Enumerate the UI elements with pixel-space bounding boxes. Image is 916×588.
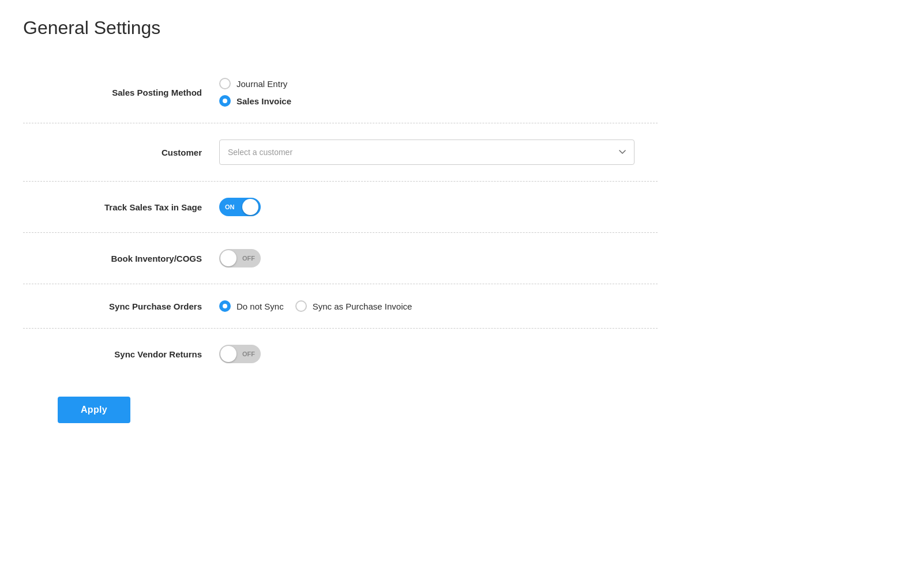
radio-journal-entry[interactable]: Journal Entry	[219, 78, 287, 89]
book-inventory-toggle[interactable]: OFF	[219, 249, 261, 267]
sync-purchase-orders-control: Do not Sync Sync as Purchase Invoice	[219, 300, 412, 312]
radio-circle-journal-entry	[219, 78, 231, 89]
track-sales-tax-thumb	[242, 199, 258, 215]
sync-vendor-returns-control: OFF	[219, 345, 261, 363]
radio-circle-do-not-sync	[219, 300, 231, 312]
sync-purchase-orders-label: Sync Purchase Orders	[58, 301, 219, 311]
radio-circle-sales-invoice	[219, 95, 231, 107]
radio-sales-invoice[interactable]: Sales Invoice	[219, 95, 291, 107]
apply-button[interactable]: Apply	[58, 397, 130, 423]
track-sales-tax-track: ON	[219, 198, 261, 216]
book-inventory-track: OFF	[219, 249, 261, 267]
sync-purchase-orders-group: Do not Sync Sync as Purchase Invoice	[219, 300, 412, 312]
radio-do-not-sync[interactable]: Do not Sync	[219, 300, 284, 312]
track-sales-tax-row: Track Sales Tax in Sage ON	[23, 182, 658, 233]
customer-control: Select a customer	[219, 140, 635, 165]
track-sales-tax-control: ON	[219, 198, 261, 216]
customer-select[interactable]: Select a customer	[219, 140, 635, 165]
radio-circle-sync-as-purchase-invoice	[295, 300, 307, 312]
track-sales-tax-state-label: ON	[225, 203, 235, 210]
sync-vendor-returns-state-label: OFF	[242, 350, 255, 357]
book-inventory-thumb	[220, 250, 236, 266]
radio-label-journal-entry: Journal Entry	[236, 79, 287, 89]
page-title: General Settings	[23, 17, 658, 39]
track-sales-tax-label: Track Sales Tax in Sage	[58, 202, 219, 212]
radio-label-sync-as-purchase-invoice: Sync as Purchase Invoice	[313, 301, 412, 311]
radio-sync-as-purchase-invoice[interactable]: Sync as Purchase Invoice	[295, 300, 412, 312]
book-inventory-control: OFF	[219, 249, 261, 267]
book-inventory-label: Book Inventory/COGS	[58, 254, 219, 263]
sync-vendor-returns-row: Sync Vendor Returns OFF	[23, 329, 658, 379]
customer-row: Customer Select a customer	[23, 123, 658, 182]
sales-posting-method-row: Sales Posting Method Journal Entry Sales…	[23, 62, 658, 123]
radio-label-sales-invoice: Sales Invoice	[236, 96, 291, 106]
sales-posting-method-control: Journal Entry Sales Invoice	[219, 78, 291, 107]
sync-vendor-returns-label: Sync Vendor Returns	[58, 349, 219, 359]
customer-label: Customer	[58, 148, 219, 157]
sync-purchase-orders-row: Sync Purchase Orders Do not Sync Sync as…	[23, 284, 658, 329]
book-inventory-state-label: OFF	[242, 255, 255, 262]
book-inventory-row: Book Inventory/COGS OFF	[23, 233, 658, 284]
sync-vendor-returns-toggle[interactable]: OFF	[219, 345, 261, 363]
track-sales-tax-toggle[interactable]: ON	[219, 198, 261, 216]
sync-vendor-returns-thumb	[220, 346, 236, 362]
sync-vendor-returns-track: OFF	[219, 345, 261, 363]
sales-posting-method-label: Sales Posting Method	[58, 88, 219, 97]
radio-label-do-not-sync: Do not Sync	[236, 301, 284, 311]
